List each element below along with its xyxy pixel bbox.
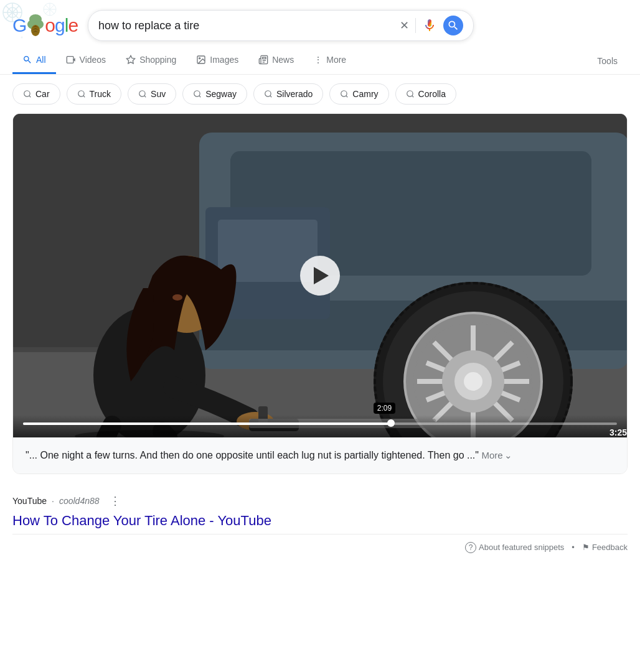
svg-point-22 bbox=[24, 91, 30, 96]
svg-point-27 bbox=[341, 91, 347, 96]
voice-search-button[interactable] bbox=[422, 18, 437, 33]
search-chip-icon bbox=[77, 90, 86, 98]
tab-images-label: Images bbox=[210, 55, 238, 65]
search-icon bbox=[22, 55, 32, 65]
tab-shopping[interactable]: Shopping bbox=[116, 47, 186, 74]
source-name: YouTube bbox=[12, 496, 47, 506]
chip-corolla-label: Corolla bbox=[418, 89, 446, 99]
video-icon bbox=[66, 55, 76, 65]
tab-more-label: More bbox=[326, 55, 346, 65]
more-dots-icon: ⋮ bbox=[314, 55, 322, 65]
search-chip-icon bbox=[138, 90, 147, 98]
tab-all-label: All bbox=[36, 55, 46, 65]
chip-suv-label: Suv bbox=[151, 89, 166, 99]
search-chip-icon bbox=[23, 90, 32, 98]
video-controls: 2:09 3:25 bbox=[13, 415, 627, 437]
transcript-text: "... One night a few turns. And then do … bbox=[26, 450, 479, 460]
more-link[interactable]: More ⌄ bbox=[481, 448, 512, 463]
svg-rect-18 bbox=[67, 57, 73, 63]
google-logo[interactable]: G o g l e bbox=[12, 14, 78, 37]
footer-dot: • bbox=[572, 543, 575, 552]
more-label: More bbox=[481, 448, 502, 463]
logo-letter-g2: g bbox=[55, 15, 65, 36]
time-tooltip: 2:09 bbox=[374, 403, 395, 414]
search-submit-button[interactable] bbox=[443, 16, 463, 35]
svg-point-24 bbox=[139, 91, 145, 96]
svg-point-57 bbox=[172, 294, 182, 301]
featured-footer: ? About featured snippets • ⚑ Feedback bbox=[12, 534, 628, 561]
clear-button[interactable]: ✕ bbox=[400, 19, 409, 32]
about-snippets-label: About featured snippets bbox=[479, 543, 564, 552]
chip-camry[interactable]: Camry bbox=[329, 83, 388, 105]
video-card: 2:09 3:25 "... One night a few turns. An… bbox=[12, 113, 628, 474]
svg-point-23 bbox=[78, 91, 83, 96]
source-info: YouTube · coold4n88 ⋮ bbox=[12, 484, 628, 513]
tab-shopping-label: Shopping bbox=[139, 55, 176, 65]
logo-letter-e: e bbox=[68, 15, 78, 36]
progress-thumb bbox=[387, 419, 395, 427]
svg-line-10 bbox=[45, 5, 54, 14]
svg-marker-19 bbox=[126, 55, 134, 63]
chip-silverado[interactable]: Silverado bbox=[253, 83, 323, 105]
svg-point-48 bbox=[464, 372, 482, 391]
logo-letter-o1: o bbox=[45, 15, 55, 36]
video-thumbnail[interactable]: 2:09 3:25 bbox=[13, 114, 627, 437]
svg-point-21 bbox=[199, 58, 200, 59]
time-total: 3:25 bbox=[609, 427, 627, 437]
chevron-down-icon: ⌄ bbox=[504, 448, 512, 463]
help-icon: ? bbox=[465, 542, 476, 553]
chip-truck-label: Truck bbox=[90, 89, 111, 99]
chip-silverado-label: Silverado bbox=[276, 89, 313, 99]
svg-line-9 bbox=[45, 5, 54, 14]
chip-car-label: Car bbox=[35, 89, 50, 99]
search-input[interactable]: how to replace a tire bbox=[98, 19, 393, 32]
search-chip-icon bbox=[406, 90, 415, 98]
feedback-link[interactable]: ⚑ Feedback bbox=[582, 543, 628, 552]
chip-segway[interactable]: Segway bbox=[182, 83, 247, 105]
logo-letter-g: G bbox=[12, 15, 26, 36]
main-content: 2:09 3:25 "... One night a few turns. An… bbox=[0, 113, 640, 561]
progress-bar[interactable]: 2:09 bbox=[23, 422, 617, 425]
shopping-icon bbox=[126, 55, 136, 65]
tab-news[interactable]: News bbox=[248, 47, 304, 74]
tab-all[interactable]: All bbox=[12, 47, 56, 74]
source-channel: coold4n88 bbox=[59, 496, 100, 506]
news-icon bbox=[258, 55, 268, 65]
logo-pine-icon bbox=[26, 14, 45, 37]
feedback-label: Feedback bbox=[592, 543, 628, 552]
tab-images[interactable]: Images bbox=[186, 47, 248, 74]
search-chip-icon bbox=[193, 90, 202, 98]
tab-more[interactable]: ⋮ More bbox=[304, 47, 356, 74]
chip-car[interactable]: Car bbox=[12, 83, 60, 105]
chip-truck[interactable]: Truck bbox=[67, 83, 121, 105]
source-menu-button[interactable]: ⋮ bbox=[110, 494, 121, 508]
transcript-area: "... One night a few turns. And then do … bbox=[13, 437, 627, 474]
search-chip-icon bbox=[264, 90, 273, 98]
progress-fill bbox=[23, 422, 391, 425]
search-bar: how to replace a tire ✕ bbox=[88, 10, 474, 41]
tab-news-label: News bbox=[272, 55, 294, 65]
svg-point-26 bbox=[265, 91, 271, 96]
svg-point-28 bbox=[407, 91, 412, 96]
images-icon bbox=[196, 55, 206, 65]
filter-chips: Car Truck Suv Segway Silverado Camry C bbox=[0, 75, 640, 113]
nav-tabs: All Videos Shopping Images bbox=[0, 47, 640, 75]
chip-camry-label: Camry bbox=[352, 89, 378, 99]
tab-videos-label: Videos bbox=[80, 55, 106, 65]
svg-point-6 bbox=[44, 3, 56, 16]
result-title-link[interactable]: How To Change Your Tire Alone - YouTube bbox=[12, 513, 271, 528]
about-snippets-link[interactable]: ? About featured snippets bbox=[465, 542, 564, 553]
flag-icon: ⚑ bbox=[582, 543, 590, 552]
source-separator: · bbox=[52, 496, 54, 506]
tools-button[interactable]: Tools bbox=[587, 49, 628, 73]
play-icon bbox=[314, 267, 329, 284]
chip-segway-label: Segway bbox=[205, 89, 237, 99]
play-button[interactable] bbox=[300, 256, 340, 296]
chip-corolla[interactable]: Corolla bbox=[395, 83, 456, 105]
search-chip-icon bbox=[340, 90, 349, 98]
chip-suv[interactable]: Suv bbox=[128, 83, 176, 105]
divider bbox=[415, 18, 416, 33]
tab-videos[interactable]: Videos bbox=[56, 47, 116, 74]
svg-point-25 bbox=[194, 91, 200, 96]
